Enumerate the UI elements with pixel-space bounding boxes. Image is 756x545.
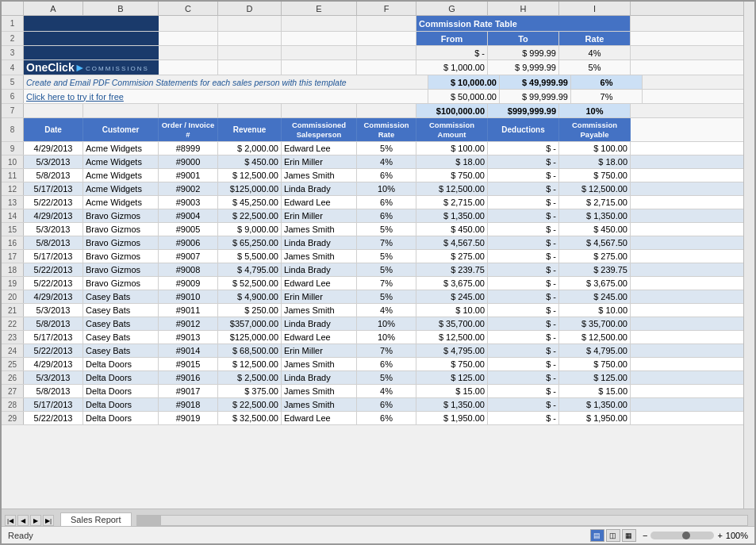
scrollbar-thumb bbox=[137, 516, 161, 525]
zoom-slider[interactable] bbox=[650, 532, 714, 539]
col-header-c[interactable]: C bbox=[159, 2, 218, 15]
cell-amount-28: $ 1,350.00 bbox=[416, 398, 488, 411]
cell-payable-15: $ 450.00 bbox=[559, 223, 631, 236]
promo-link[interactable]: Click here to try it for free bbox=[26, 92, 124, 102]
tab-prev-btn[interactable]: ◀ bbox=[17, 515, 29, 526]
cell-customer-25: Delta Doors bbox=[83, 358, 159, 370]
cell-revenue-21: $ 250.00 bbox=[218, 304, 282, 317]
col-header-e[interactable]: E bbox=[282, 2, 357, 15]
row-num-6: 6 bbox=[2, 90, 24, 103]
tab-first-btn[interactable]: |◀ bbox=[5, 515, 16, 526]
cell-rate-19: 7% bbox=[357, 277, 416, 290]
col-header-g[interactable]: G bbox=[416, 2, 488, 15]
rate-to-3: $ 49,999.99 bbox=[500, 75, 571, 89]
cell-rate-28: 6% bbox=[357, 398, 416, 411]
promo-text: Create and Email PDF Commision Statement… bbox=[24, 75, 428, 89]
cell-customer-15: Bravo Gizmos bbox=[83, 223, 159, 236]
cell-f2 bbox=[357, 32, 416, 45]
normal-view-btn[interactable]: ▤ bbox=[590, 529, 604, 542]
cell-rate-17: 5% bbox=[357, 250, 416, 263]
page-break-btn[interactable]: ▦ bbox=[622, 529, 636, 542]
scrollbar-horizontal[interactable] bbox=[136, 515, 748, 526]
cell-e3 bbox=[282, 46, 357, 59]
row-num-3: 3 bbox=[2, 46, 24, 59]
cell-salesperson-15: James Smith bbox=[282, 223, 357, 236]
cell-deductions-9: $ - bbox=[488, 142, 559, 155]
col-header-d[interactable]: D bbox=[218, 2, 282, 15]
col-header-h[interactable]: H bbox=[488, 2, 559, 15]
cell-order-18: #9008 bbox=[159, 263, 218, 276]
cell-order-29: #9019 bbox=[159, 412, 218, 424]
header-date: Date bbox=[24, 118, 83, 141]
cell-revenue-9: $ 2,000.00 bbox=[218, 142, 282, 155]
row-num-23: 23 bbox=[2, 331, 24, 344]
cell-e7 bbox=[282, 104, 357, 117]
row-num-1: 1 bbox=[2, 16, 24, 31]
rate-from-4: $ 50,000.00 bbox=[428, 90, 500, 103]
cell-rate-23: 10% bbox=[357, 331, 416, 344]
tab-last-btn[interactable]: ▶| bbox=[43, 515, 54, 526]
data-row-13: 13 5/22/2013 Acme Widgets #9003 $ 45,250… bbox=[2, 196, 743, 209]
cell-date-19: 5/22/2013 bbox=[24, 277, 83, 290]
col-header-i[interactable]: I bbox=[559, 2, 631, 15]
cell-amount-20: $ 245.00 bbox=[416, 290, 488, 303]
row-8-header: 8 Date Customer Order / Invoice # Revenu… bbox=[2, 118, 743, 142]
cell-f7 bbox=[357, 104, 416, 117]
data-row-23: 23 5/17/2013 Casey Bats #9013 $125,000.0… bbox=[2, 331, 743, 344]
cell-amount-15: $ 450.00 bbox=[416, 223, 488, 236]
rate-pct-4: 7% bbox=[571, 90, 643, 103]
rate-to-2: $ 9,999.99 bbox=[488, 60, 559, 75]
cell-rate-20: 5% bbox=[357, 290, 416, 303]
col-header-f[interactable]: F bbox=[357, 2, 416, 15]
cell-revenue-23: $125,000.00 bbox=[218, 331, 282, 344]
cell-date-23: 5/17/2013 bbox=[24, 331, 83, 344]
cell-rate-25: 6% bbox=[357, 358, 416, 370]
cell-salesperson-16: Linda Brady bbox=[282, 236, 357, 249]
page-layout-btn[interactable]: ◫ bbox=[606, 529, 620, 542]
cell-salesperson-9: Edward Lee bbox=[282, 142, 357, 155]
rate-pct-2: 5% bbox=[559, 60, 631, 75]
main-content: A B C D E F G H I 1 bbox=[2, 2, 754, 509]
promo-link-cell: Click here to try it for free bbox=[24, 90, 428, 103]
cell-date-15: 5/3/2013 bbox=[24, 223, 83, 236]
cell-customer-9: Acme Widgets bbox=[83, 142, 159, 155]
cell-customer-18: Bravo Gizmos bbox=[83, 263, 159, 276]
cell-revenue-27: $ 375.00 bbox=[218, 385, 282, 397]
cell-e2 bbox=[282, 32, 357, 45]
cell-d3 bbox=[218, 46, 282, 59]
cell-order-12: #9002 bbox=[159, 182, 218, 195]
status-text: Ready bbox=[8, 531, 33, 540]
cell-amount-27: $ 15.00 bbox=[416, 385, 488, 397]
tab-next-btn[interactable]: ▶ bbox=[30, 515, 41, 526]
col-header-a[interactable]: A bbox=[24, 2, 83, 15]
cell-amount-18: $ 239.75 bbox=[416, 263, 488, 276]
cell-date-20: 4/29/2013 bbox=[24, 290, 83, 303]
scrollbar-vertical[interactable] bbox=[743, 2, 754, 509]
cell-b7 bbox=[83, 104, 159, 117]
cell-customer-26: Delta Doors bbox=[83, 371, 159, 384]
cell-rate-11: 6% bbox=[357, 169, 416, 182]
row-num-17: 17 bbox=[2, 250, 24, 263]
cell-f3 bbox=[357, 46, 416, 59]
cell-a4-logo: OneClick► bbox=[24, 60, 83, 75]
cell-customer-22: Casey Bats bbox=[83, 317, 159, 330]
zoom-in-btn[interactable]: + bbox=[717, 531, 722, 540]
cell-g2: From bbox=[416, 32, 488, 45]
cell-amount-19: $ 3,675.00 bbox=[416, 277, 488, 290]
cell-customer-10: Acme Widgets bbox=[83, 155, 159, 168]
cell-salesperson-17: James Smith bbox=[282, 250, 357, 263]
rate-from-5: $100,000.00 bbox=[416, 104, 488, 117]
rate-pct-3: 6% bbox=[571, 75, 643, 89]
row-num-10: 10 bbox=[2, 155, 24, 168]
zoom-value: 100% bbox=[726, 531, 748, 540]
cell-date-25: 4/29/2013 bbox=[24, 358, 83, 370]
sheet-tab-sales-report[interactable]: Sales Report bbox=[60, 512, 132, 526]
row-num-9: 9 bbox=[2, 142, 24, 155]
cell-payable-10: $ 18.00 bbox=[559, 155, 631, 168]
zoom-out-btn[interactable]: − bbox=[643, 531, 647, 540]
col-header-b[interactable]: B bbox=[83, 2, 159, 15]
cell-d7 bbox=[218, 104, 282, 117]
cell-date-21: 5/3/2013 bbox=[24, 304, 83, 317]
data-row-24: 24 5/22/2013 Casey Bats #9014 $ 68,500.0… bbox=[2, 344, 743, 358]
cell-customer-28: Delta Doors bbox=[83, 398, 159, 411]
